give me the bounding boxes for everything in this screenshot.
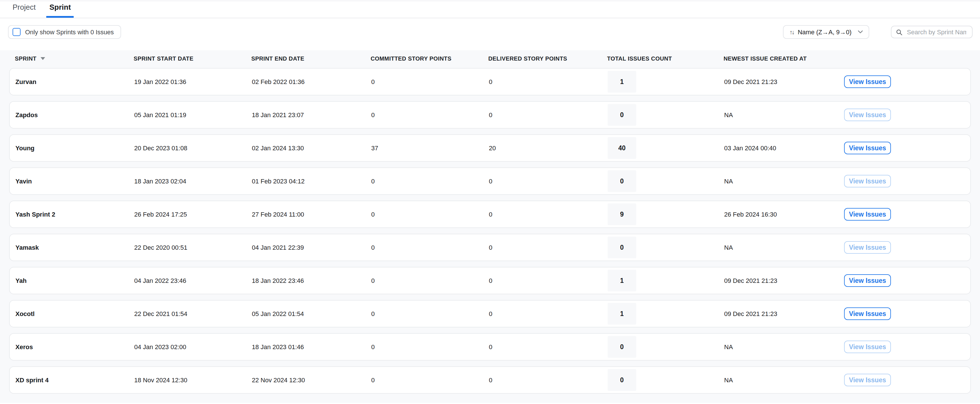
view-issues-button: View Issues [844,109,891,121]
delivered-story-points: 0 [489,112,608,118]
newest-issue-created-at: 26 Feb 2024 16:30 [724,211,844,218]
sprint-end-date: 02 Jan 2024 13:30 [252,145,371,152]
tab-bar: Project Sprint [0,1,980,18]
delivered-story-points: 0 [489,244,608,251]
total-issues-badge: 0 [608,170,636,192]
newest-issue-created-at: NA [724,343,844,350]
delivered-story-points: 0 [489,178,608,185]
sprint-end-date: 18 Jan 2023 01:46 [252,343,371,350]
sprint-end-date: 04 Jan 2021 22:39 [252,244,371,251]
delivered-story-points: 0 [489,78,608,85]
chevron-down-icon [858,30,863,34]
sprint-table: SprintSprint Start DateSprint End DateCo… [0,50,980,403]
delivered-story-points: 0 [489,310,608,317]
search-input[interactable] [906,28,967,36]
committed-story-points: 0 [371,178,489,185]
table-header-row: SprintSprint Start DateSprint End DateCo… [9,50,971,65]
sprint-row: Yavin 18 Jan 2023 02:04 01 Feb 2023 04:1… [9,168,971,195]
sprint-end-date: 27 Feb 2024 11:00 [252,211,371,218]
delivered-story-points: 0 [489,211,608,218]
view-issues-button[interactable]: View Issues [844,274,891,287]
newest-issue-created-at: 09 Dec 2021 21:23 [724,277,844,284]
sprint-name: Young [16,145,134,152]
sprint-start-date: 04 Jan 2022 23:46 [134,277,252,284]
committed-story-points: 37 [371,145,489,152]
newest-issue-created-at: NA [724,112,844,118]
committed-story-points: 0 [371,112,489,118]
column-header: Total Issues Count [607,55,724,61]
committed-story-points: 0 [371,310,489,317]
sprint-row: Zapdos 05 Jan 2021 01:19 18 Jan 2021 23:… [9,101,971,129]
sprint-name: Xocotl [16,310,134,317]
view-issues-button: View Issues [844,241,891,254]
column-header: Delivered Story Points [488,55,607,61]
sprint-start-date: 04 Jan 2023 02:00 [134,343,252,350]
committed-story-points: 0 [371,377,489,383]
view-issues-button: View Issues [844,374,891,386]
delivered-story-points: 0 [489,343,608,350]
sprint-name: Yah [16,277,134,284]
newest-issue-created-at: NA [724,377,844,383]
search-icon [896,29,902,35]
total-issues-badge: 1 [608,270,636,291]
delivered-story-points: 20 [489,145,608,152]
sprint-report-page: Project Sprint Only show Sprints with 0 … [0,1,980,404]
sprint-start-date: 20 Dec 2023 01:08 [134,145,252,152]
sprint-end-date: 02 Feb 2022 01:36 [252,78,371,85]
total-issues-badge: 0 [608,236,636,258]
sprint-end-date: 22 Nov 2024 12:30 [252,377,371,383]
view-issues-button[interactable]: View Issues [844,208,891,220]
sprint-row: Zurvan 19 Jan 2022 01:36 02 Feb 2022 01:… [9,68,971,96]
sprint-start-date: 22 Dec 2021 01:54 [134,310,252,317]
sprint-row: Xeros 04 Jan 2023 02:00 18 Jan 2023 01:4… [9,333,971,361]
view-issues-button: View Issues [844,340,891,353]
column-header: Sprint Start Date [134,55,251,61]
delivered-story-points: 0 [489,377,608,383]
sprint-row: Yash Sprint 2 26 Feb 2024 17:25 27 Feb 2… [9,201,971,228]
sprint-end-date: 18 Jan 2021 23:07 [252,112,371,118]
newest-issue-created-at: 09 Dec 2021 21:23 [724,78,844,85]
committed-story-points: 0 [371,343,489,350]
column-header[interactable]: Sprint [15,55,134,61]
sort-dropdown-label: Name (Z→A, 9→0) [798,29,851,35]
sprint-start-date: 22 Dec 2020 00:51 [134,244,252,251]
tab-sprint[interactable]: Sprint [46,3,74,18]
view-issues-button[interactable]: View Issues [844,142,891,154]
sprint-start-date: 18 Nov 2024 12:30 [134,377,252,383]
sort-caret-icon [41,57,45,60]
sprint-end-date: 05 Jan 2022 01:54 [252,310,371,317]
column-header: Newest Issue Created At [724,55,843,61]
view-issues-button[interactable]: View Issues [844,75,891,88]
sprint-row: Young 20 Dec 2023 01:08 02 Jan 2024 13:3… [9,134,971,162]
sprint-name: Yavin [16,178,134,185]
toolbar: Only show Sprints with 0 Issues ↑↓ Name … [0,26,980,38]
table-body: Zurvan 19 Jan 2022 01:36 02 Feb 2022 01:… [9,68,971,394]
sprint-search [891,26,972,38]
committed-story-points: 0 [371,277,489,284]
sprint-start-date: 05 Jan 2021 01:19 [134,112,252,118]
sprint-start-date: 18 Jan 2023 02:04 [134,178,252,185]
sprint-start-date: 26 Feb 2024 17:25 [134,211,252,218]
committed-story-points: 0 [371,244,489,251]
total-issues-badge: 40 [608,137,636,159]
total-issues-badge: 9 [608,203,636,225]
total-issues-badge: 1 [608,303,636,324]
sort-dropdown[interactable]: ↑↓ Name (Z→A, 9→0) [783,25,869,39]
committed-story-points: 0 [371,78,489,85]
newest-issue-created-at: 09 Dec 2021 21:23 [724,310,844,317]
sprint-name: Xeros [16,343,134,350]
sprint-name: Yash Sprint 2 [16,211,134,218]
delivered-story-points: 0 [489,277,608,284]
committed-story-points: 0 [371,211,489,218]
sprint-end-date: 18 Jan 2022 23:46 [252,277,371,284]
view-issues-button[interactable]: View Issues [844,307,891,320]
sprint-start-date: 19 Jan 2022 01:36 [134,78,252,85]
zero-issues-filter[interactable]: Only show Sprints with 0 Issues [8,25,121,39]
column-header: Committed Story Points [371,55,488,61]
sprint-row: Yah 04 Jan 2022 23:46 18 Jan 2022 23:46 … [9,267,971,294]
zero-issues-checkbox[interactable] [13,28,21,36]
tab-project[interactable]: Project [10,3,38,18]
total-issues-badge: 0 [608,336,636,358]
sprint-row: Xocotl 22 Dec 2021 01:54 05 Jan 2022 01:… [9,300,971,327]
newest-issue-created-at: NA [724,244,844,251]
